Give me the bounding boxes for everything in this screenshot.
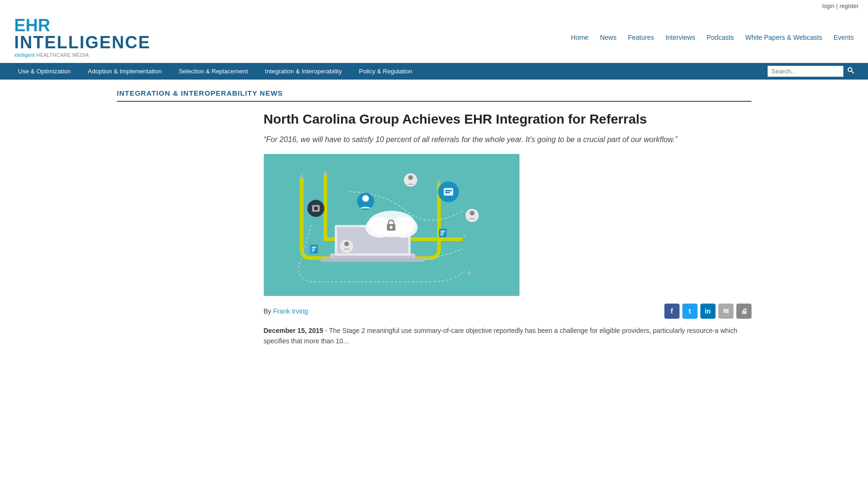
main-nav: Home News Features Interviews Podcasts W… [571, 34, 854, 41]
content-wrapper: INTEGRATION & INTEROPERABILITY NEWS Nort… [103, 80, 766, 356]
logo-tagline: xtelligent HEALTHCARE MEDIA [14, 52, 151, 58]
svg-point-25 [344, 242, 349, 246]
article-quote: “For 2016, we will have to satisfy 10 pe… [264, 134, 752, 145]
nav-home[interactable]: Home [571, 34, 589, 41]
header: EHR INTELLIGENCE xtelligent HEALTHCARE M… [0, 12, 868, 63]
separator: | [836, 3, 838, 9]
nav-interviews[interactable]: Interviews [665, 34, 695, 41]
author-link[interactable]: Frank Irving [273, 307, 308, 315]
svg-rect-35 [440, 234, 443, 235]
svg-point-21 [314, 206, 318, 210]
svg-rect-34 [440, 233, 444, 233]
register-link[interactable]: register [840, 3, 859, 9]
nav-events[interactable]: Events [833, 34, 854, 41]
svg-point-14 [362, 195, 369, 202]
nav-podcasts[interactable]: Podcasts [707, 34, 734, 41]
svg-rect-30 [312, 249, 315, 250]
article-body-text: - The Stage 2 meaningful use summary-of-… [264, 327, 738, 345]
nav-white-papers[interactable]: White Papers & Webcasts [745, 34, 822, 41]
secondary-nav-policy-regulation[interactable]: Policy & Regulation [350, 63, 421, 80]
secondary-nav-adoption-implementation[interactable]: Adoption & Implementation [79, 63, 170, 80]
svg-line-1 [852, 71, 854, 73]
article-layout: North Carolina Group Achieves EHR Integr… [117, 111, 752, 346]
secondary-nav-integration-interoperability[interactable]: Integration & Interoperability [256, 63, 350, 80]
svg-rect-29 [312, 247, 316, 248]
svg-rect-4 [321, 258, 425, 262]
article-sidebar [117, 111, 250, 346]
article-title: North Carolina Group Achieves EHR Integr… [264, 111, 752, 127]
svg-rect-33 [440, 231, 445, 232]
svg-rect-7 [332, 256, 413, 259]
logo: EHR INTELLIGENCE xtelligent HEALTHCARE M… [14, 17, 151, 58]
logo-ehr: EHR [14, 17, 151, 34]
search-area [768, 65, 859, 78]
svg-point-23 [408, 175, 413, 180]
search-input[interactable] [768, 66, 843, 77]
social-buttons: f t in ✉ 🖨 [664, 304, 752, 319]
facebook-share-button[interactable]: f [664, 304, 680, 319]
article-date: December 15, 2015 [264, 327, 323, 334]
article-body: December 15, 2015 - The Stage 2 meaningf… [264, 325, 752, 347]
secondary-nav-selection-replacement[interactable]: Selection & Replacement [170, 63, 256, 80]
nav-features[interactable]: Features [628, 34, 654, 41]
article-image [264, 154, 519, 296]
logo-intelligence: INTELLIGENCE [14, 34, 151, 51]
email-share-button[interactable]: ✉ [718, 304, 734, 319]
svg-rect-18 [445, 192, 450, 193]
search-icon [847, 67, 855, 74]
login-link[interactable]: login [823, 3, 834, 9]
svg-point-0 [848, 68, 852, 72]
svg-point-12 [390, 226, 393, 229]
article-main: North Carolina Group Achieves EHR Integr… [264, 111, 752, 346]
svg-rect-17 [445, 190, 452, 191]
search-button[interactable] [843, 65, 859, 78]
twitter-share-button[interactable]: t [682, 304, 698, 319]
svg-rect-31 [312, 251, 314, 251]
nav-news[interactable]: News [600, 34, 617, 41]
top-bar: login | register [0, 0, 868, 12]
svg-point-27 [470, 211, 474, 215]
secondary-nav: Use & Optimization Adoption & Implementa… [0, 63, 868, 80]
article-meta: By Frank Irving f t in ✉ 🖨 [264, 304, 752, 319]
linkedin-share-button[interactable]: in [700, 304, 716, 319]
section-title: INTEGRATION & INTEROPERABILITY NEWS [117, 89, 752, 102]
secondary-nav-use-optimization[interactable]: Use & Optimization [9, 63, 79, 80]
author-prefix: By [264, 307, 273, 315]
print-button[interactable]: 🖨 [736, 304, 752, 319]
article-author: By Frank Irving [264, 307, 308, 315]
